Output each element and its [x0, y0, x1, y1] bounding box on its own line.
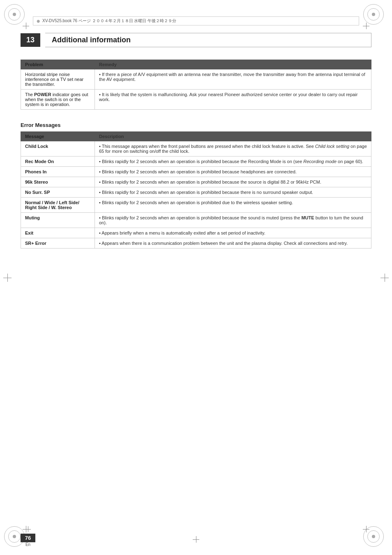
error-msg-7: Muting	[21, 213, 95, 228]
error-desc-7: • Blinks rapidly for 2 seconds when an o…	[95, 213, 371, 228]
file-info-bar: ⊕ XV-DV525.book 76 ページ ２００４年２月１８日 水曜日 午後…	[33, 16, 359, 25]
remedy-col-header: Remedy	[95, 60, 371, 69]
main-content: 13 Additional information Problem Remedy…	[21, 33, 371, 522]
registration-mark-br	[363, 526, 369, 532]
table-row: Child Lock • This message appears when t…	[21, 141, 371, 157]
problem-remedy-table: Problem Remedy Horizontal stripe noise i…	[21, 60, 371, 110]
table-row: Phones In • Blinks rapidly for 2 seconds…	[21, 167, 371, 177]
description-col-header: Description	[95, 132, 371, 141]
registration-mark-tl	[23, 23, 29, 29]
error-msg-2: Rec Mode On	[21, 157, 95, 167]
error-messages-table: Message Description Child Lock • This me…	[21, 131, 371, 249]
error-desc-6: • Blinks rapidly for 2 seconds when an o…	[95, 198, 371, 213]
page-number-area: 76 En	[21, 526, 35, 547]
chapter-number: 13	[21, 33, 40, 47]
table-row: No Surr. SP • Blinks rapidly for 2 secon…	[21, 187, 371, 198]
remedy-cell-1: • If there a piece of A/V equipment with…	[95, 69, 371, 90]
table-row: 96k Stereo • Blinks rapidly for 2 second…	[21, 177, 371, 187]
page-lang: En	[25, 542, 30, 547]
chapter-header: 13 Additional information	[21, 33, 371, 47]
file-info-text: XV-DV525.book 76 ページ ２００４年２月１８日 水曜日 午後２時…	[42, 18, 176, 24]
side-mark-left	[3, 274, 12, 282]
table-row: Normal / Wide / Left Side/ Right Side / …	[21, 198, 371, 213]
problem-cell-2: The POWER indicator goes out when the sw…	[21, 90, 95, 110]
table-row: SR+ Error • Appears when there is a comm…	[21, 238, 371, 249]
message-col-header: Message	[21, 132, 95, 141]
side-mark-right	[380, 274, 389, 282]
error-msg-6: Normal / Wide / Left Side/ Right Side / …	[21, 198, 95, 213]
error-msg-9: SR+ Error	[21, 238, 95, 249]
registration-mark-tr	[363, 23, 369, 29]
table-row: Rec Mode On • Blinks rapidly for 2 secon…	[21, 157, 371, 167]
error-msg-5: No Surr. SP	[21, 187, 95, 198]
table-row: Muting • Blinks rapidly for 2 seconds wh…	[21, 213, 371, 228]
problem-col-header: Problem	[21, 60, 95, 69]
error-desc-5: • Blinks rapidly for 2 seconds when an o…	[95, 187, 371, 198]
table-row: Exit • Appears briefly when a menu is au…	[21, 228, 371, 238]
error-msg-8: Exit	[21, 228, 95, 238]
error-desc-9: • Appears when there is a communication …	[95, 238, 371, 249]
bottom-center-mark	[193, 536, 199, 543]
error-desc-3: • Blinks rapidly for 2 seconds when an o…	[95, 167, 371, 177]
error-msg-3: Phones In	[21, 167, 95, 177]
chapter-title: Additional information	[45, 33, 371, 47]
error-messages-section-title: Error Messages	[21, 122, 371, 128]
table-row: Horizontal stripe noise interference on …	[21, 69, 371, 90]
error-msg-1: Child Lock	[21, 141, 95, 157]
page-number: 76	[21, 534, 35, 542]
diamond-icon: ⊕	[37, 19, 40, 23]
error-desc-2: • Blinks rapidly for 2 seconds when an o…	[95, 157, 371, 167]
problem-cell-1: Horizontal stripe noise interference on …	[21, 69, 95, 90]
error-desc-4: • Blinks rapidly for 2 seconds when an o…	[95, 177, 371, 187]
table-row: The POWER indicator goes out when the sw…	[21, 90, 371, 110]
error-desc-8: • Appears briefly when a menu is automat…	[95, 228, 371, 238]
error-msg-4: 96k Stereo	[21, 177, 95, 187]
remedy-cell-2: • It is likely that the system is malfun…	[95, 90, 371, 110]
error-desc-1: • This message appears when the front pa…	[95, 141, 371, 157]
